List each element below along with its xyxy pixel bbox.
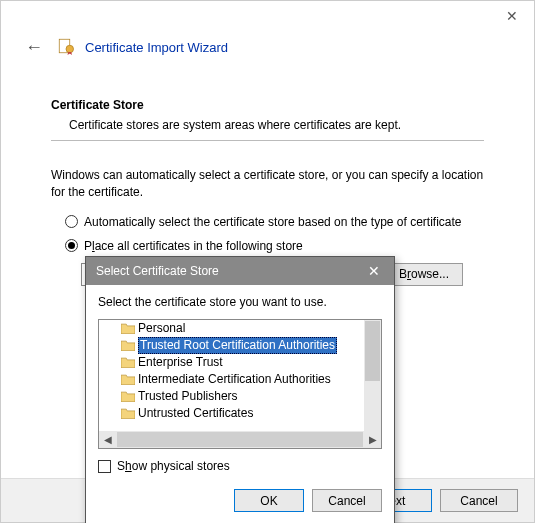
window-close-button[interactable]: ✕: [489, 1, 534, 31]
scrollbar-thumb[interactable]: [365, 321, 380, 381]
store-tree-item[interactable]: Trusted Publishers: [99, 388, 364, 405]
store-tree-viewport: PersonalTrusted Root Certification Autho…: [99, 320, 364, 431]
dialog-cancel-button[interactable]: Cancel: [312, 489, 382, 512]
store-tree-item-label: Personal: [138, 321, 185, 336]
store-tree-item-label: Enterprise Trust: [138, 355, 223, 370]
header: ← Certificate Import Wizard: [1, 31, 534, 68]
browse-button[interactable]: Browse...: [385, 263, 463, 286]
show-physical-stores-checkbox[interactable]: Show physical stores: [98, 459, 382, 473]
store-tree-item[interactable]: Personal: [99, 320, 364, 337]
wizard-title: Certificate Import Wizard: [85, 40, 228, 55]
folder-icon: [121, 323, 135, 334]
section-subtext: Certificate stores are system areas wher…: [51, 112, 484, 140]
folder-icon: [121, 408, 135, 419]
folder-icon: [121, 374, 135, 385]
store-tree-item-label: Intermediate Certification Authorities: [138, 372, 331, 387]
wizard-window: ✕ ← Certificate Import Wizard Certificat…: [0, 0, 535, 523]
checkbox-icon: [98, 460, 111, 473]
svg-point-1: [66, 45, 74, 53]
scroll-left-arrow-icon[interactable]: ◀: [99, 431, 116, 448]
radio-icon: [65, 239, 78, 252]
titlebar: ✕: [1, 1, 534, 31]
dialog-prompt: Select the certificate store you want to…: [98, 295, 382, 309]
show-physical-stores-label: Show physical stores: [117, 459, 230, 473]
store-tree-item[interactable]: Intermediate Certification Authorities: [99, 371, 364, 388]
folder-icon: [121, 391, 135, 402]
section-heading: Certificate Store: [51, 98, 484, 112]
select-store-dialog: Select Certificate Store ✕ Select the ce…: [85, 256, 395, 523]
radio-place-label: Place all certificates in the following …: [84, 239, 303, 253]
scrollbar-track[interactable]: [117, 432, 363, 447]
store-tree: PersonalTrusted Root Certification Autho…: [98, 319, 382, 449]
radio-auto-label: Automatically select the certificate sto…: [84, 215, 462, 229]
store-tree-item-label: Trusted Root Certification Authorities: [138, 337, 337, 354]
ok-button[interactable]: OK: [234, 489, 304, 512]
radio-auto-select[interactable]: Automatically select the certificate sto…: [65, 215, 484, 229]
dialog-title: Select Certificate Store: [96, 264, 219, 278]
store-tree-item-label: Trusted Publishers: [138, 389, 238, 404]
folder-icon: [121, 357, 135, 368]
store-tree-item[interactable]: Untrusted Certificates: [99, 405, 364, 422]
radio-icon: [65, 215, 78, 228]
cancel-button[interactable]: Cancel: [440, 489, 518, 512]
scroll-right-arrow-icon[interactable]: ▶: [364, 431, 381, 448]
certificate-icon: [57, 37, 75, 58]
store-tree-item[interactable]: Enterprise Trust: [99, 354, 364, 371]
horizontal-scrollbar[interactable]: ◀ ▶: [99, 431, 381, 448]
dialog-close-button[interactable]: ✕: [354, 257, 394, 285]
explanatory-text: Windows can automatically select a certi…: [51, 141, 484, 201]
radio-place-all[interactable]: Place all certificates in the following …: [65, 239, 484, 253]
vertical-scrollbar[interactable]: [364, 320, 381, 431]
store-tree-item-label: Untrusted Certificates: [138, 406, 253, 421]
store-tree-item[interactable]: Trusted Root Certification Authorities: [99, 337, 364, 354]
back-arrow-icon[interactable]: ←: [21, 37, 47, 58]
folder-icon: [121, 340, 135, 351]
dialog-body: Select the certificate store you want to…: [86, 285, 394, 483]
dialog-titlebar: Select Certificate Store ✕: [86, 257, 394, 285]
dialog-button-row: OK Cancel: [86, 483, 394, 523]
